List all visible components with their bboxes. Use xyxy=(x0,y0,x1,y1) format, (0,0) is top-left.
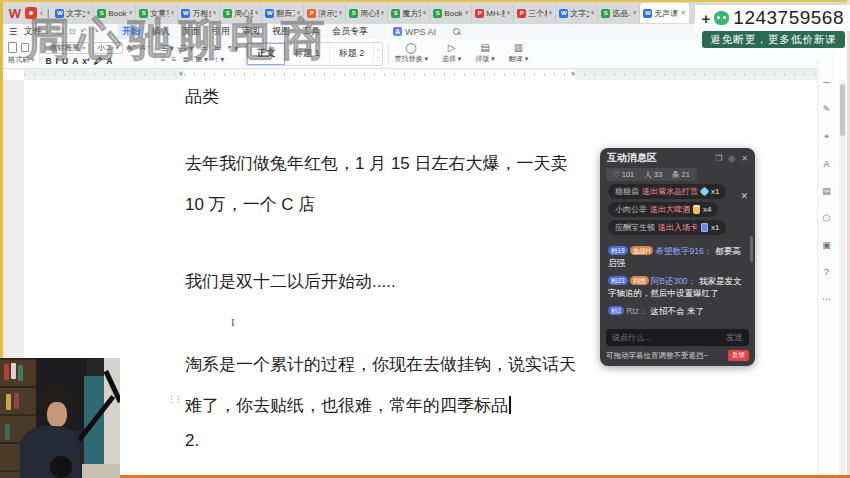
edit-icon[interactable]: ✎ xyxy=(818,104,835,114)
collapse-icon[interactable]: ─ xyxy=(818,77,835,87)
tab-close-icon[interactable]: ▾ xyxy=(381,9,385,17)
save-icon[interactable]: ❏ xyxy=(57,27,64,36)
select-button[interactable]: ▷选择 ▾ xyxy=(437,43,466,64)
left-indent-marker[interactable]: ▼ xyxy=(178,70,184,78)
wps-logo[interactable]: W xyxy=(7,6,23,21)
horizontal-ruler[interactable]: ▼ ▼ xyxy=(24,69,835,80)
font-button-I[interactable]: I xyxy=(56,56,58,66)
help-icon[interactable]: ? xyxy=(818,267,835,277)
doc-line[interactable]: 去年我们做兔年红包，1 月 15 日左右大爆，一天卖 xyxy=(185,152,568,175)
font-button-🖍[interactable]: 🖍 xyxy=(94,56,103,66)
grow-font-button[interactable]: A⁺ xyxy=(127,43,137,52)
translate-button[interactable]: ▥翻译 ▾ xyxy=(504,43,533,64)
tab-close-icon[interactable]: ▾ xyxy=(423,9,427,17)
font-button-A[interactable]: A xyxy=(72,56,78,66)
more-icon[interactable]: ⋯ xyxy=(818,294,835,304)
font-button-A[interactable]: A xyxy=(106,56,112,66)
tab-close-icon[interactable]: ▾ xyxy=(129,9,133,17)
tab[interactable]: W文字文..▾ xyxy=(556,4,598,22)
doc-line[interactable]: 2. xyxy=(185,431,199,451)
read-icon[interactable]: ▣ xyxy=(818,240,835,250)
vertical-scrollbar[interactable] xyxy=(839,80,846,475)
paste-icon[interactable] xyxy=(8,42,17,53)
font-button-B[interactable]: B xyxy=(45,56,51,66)
font-button-x²[interactable]: x² xyxy=(82,56,90,66)
tab[interactable]: S魔方升▾ xyxy=(388,4,430,22)
tab[interactable]: W万相台▾ xyxy=(178,4,220,22)
font-name-select[interactable]: 微软雅黑▾ xyxy=(45,42,89,54)
tab-close-icon[interactable]: ▾ xyxy=(507,9,511,17)
doc-line[interactable]: 品类 xyxy=(185,85,219,108)
style-正文[interactable]: 正文 xyxy=(247,43,285,65)
tab[interactable]: P演示文..▾ xyxy=(304,4,346,22)
tab-back-icon[interactable]: ‹ xyxy=(39,8,44,18)
style-标题 2[interactable]: 标题 2 xyxy=(330,43,375,65)
menu-tab-工具[interactable]: 工具 xyxy=(298,24,324,39)
notice-button[interactable]: 反馈 xyxy=(728,350,749,361)
menu-tab-插入[interactable]: 插入 xyxy=(148,24,174,39)
tab-active[interactable]: W无声课✕ xyxy=(640,3,689,23)
chat-header[interactable]: 互动消息区 ❐◎✕ xyxy=(600,148,755,168)
style-gallery-arrows[interactable]: ⌃⌄ xyxy=(374,49,382,59)
copy-icon[interactable] xyxy=(21,43,29,52)
send-button[interactable]: 发送 xyxy=(726,332,743,344)
menu-tab-视图[interactable]: 视图 xyxy=(268,24,294,39)
undo-icon[interactable]: ↶ xyxy=(81,27,88,36)
image-icon[interactable]: ▤ xyxy=(818,186,835,196)
gift-close-icon[interactable]: ✕ xyxy=(740,191,748,201)
scrollbar-thumb[interactable] xyxy=(840,84,845,136)
tab[interactable]: PMH-接待▾ xyxy=(472,4,514,22)
shrink-font-button[interactable]: A⁻ xyxy=(140,43,150,52)
tab-close-icon[interactable]: ▾ xyxy=(549,9,553,17)
doc-line[interactable]: 我们是双十二以后开始动..... xyxy=(185,270,396,293)
tab-close-icon[interactable]: ✕ xyxy=(680,9,686,17)
menu-tab-审阅[interactable]: 审阅 xyxy=(238,24,264,39)
close-icon[interactable]: ✕ xyxy=(741,154,748,163)
select-icon[interactable]: ⌖ xyxy=(818,131,835,142)
tab[interactable]: W翻百万▾ xyxy=(262,4,304,22)
hamburger-icon[interactable]: ☰ xyxy=(9,27,17,37)
tab-close-icon[interactable]: ▾ xyxy=(213,9,217,17)
shapes-icon[interactable]: ⬡ xyxy=(818,213,835,223)
menu-tab-会员专享[interactable]: 会员专享 xyxy=(328,24,372,39)
sound-icon[interactable]: ◎ xyxy=(728,154,735,163)
tab[interactable]: W文字文..▾ xyxy=(52,4,94,22)
tab-close-icon[interactable]: ▾ xyxy=(87,9,91,17)
typeset-button[interactable]: ▤排版 ▾ xyxy=(470,43,499,64)
menu-tab-页面[interactable]: 页面 xyxy=(178,24,204,39)
menu-tab-开始[interactable]: 开始 xyxy=(118,24,144,39)
tab[interactable]: S选品.xlsx▾ xyxy=(598,4,640,22)
font-size-select[interactable]: 小二▾ xyxy=(93,42,122,54)
tab-close-icon[interactable]: ▾ xyxy=(297,9,301,17)
search-icon[interactable] xyxy=(453,28,461,36)
app-icon[interactable] xyxy=(25,7,37,19)
wps-ai-button[interactable]: A WPS AI xyxy=(393,27,436,37)
print-icon[interactable]: ⊡ xyxy=(69,27,76,36)
tab-close-icon[interactable]: ▾ xyxy=(255,9,259,17)
doc-line[interactable]: 10 万，一个 C 店 xyxy=(185,193,315,216)
format-painter-button[interactable]: 格式刷 ▾ xyxy=(8,55,34,65)
popout-icon[interactable]: ❐ xyxy=(715,154,722,163)
tab-close-icon[interactable]: ▾ xyxy=(591,9,595,17)
tab-close-icon[interactable]: ▾ xyxy=(339,9,343,17)
doc-line[interactable]: 淘系是一个累计的过程，你现在去做挂钩，说实话天 xyxy=(185,353,576,376)
right-indent-marker[interactable]: ▼ xyxy=(570,70,576,78)
tab-close-icon[interactable]: ▾ xyxy=(633,9,637,17)
menu-tab-引用[interactable]: 引用 xyxy=(208,24,234,39)
document-text[interactable]: 品类去年我们做兔年红包，1 月 15 日左右大爆，一天卖10 万，一个 C 店我… xyxy=(185,80,585,474)
doc-line[interactable]: 难了，你去贴纸，也很难，常年的四季标品 xyxy=(185,394,511,417)
find-replace-button[interactable]: ◯查找替换 ▾ xyxy=(389,43,432,64)
file-menu[interactable]: 文件 ∨ xyxy=(24,25,50,38)
paragraph-drag-handle[interactable]: ⋮⋮ xyxy=(167,394,181,404)
tab[interactable]: P三个标题▾ xyxy=(514,4,556,22)
paragraph-row2[interactable]: ≡ ≡ ≣ ⊞▾ ↕▾ xyxy=(161,55,241,64)
tab-close-icon[interactable]: ▾ xyxy=(171,9,175,17)
tab[interactable]: S周心驰万▾ xyxy=(220,4,262,22)
tab[interactable]: S周心驰▾ xyxy=(346,4,388,22)
tab-close-icon[interactable]: ▾ xyxy=(465,9,469,17)
tab[interactable]: S女童羽绒▾ xyxy=(136,4,178,22)
tab[interactable]: SBook4▾ xyxy=(430,4,472,22)
chat-input[interactable]: 说点什么... 发送 xyxy=(606,329,749,346)
style-标题 1[interactable]: 标题 1 xyxy=(285,43,330,65)
tab[interactable]: SBook5▾ xyxy=(94,4,136,22)
